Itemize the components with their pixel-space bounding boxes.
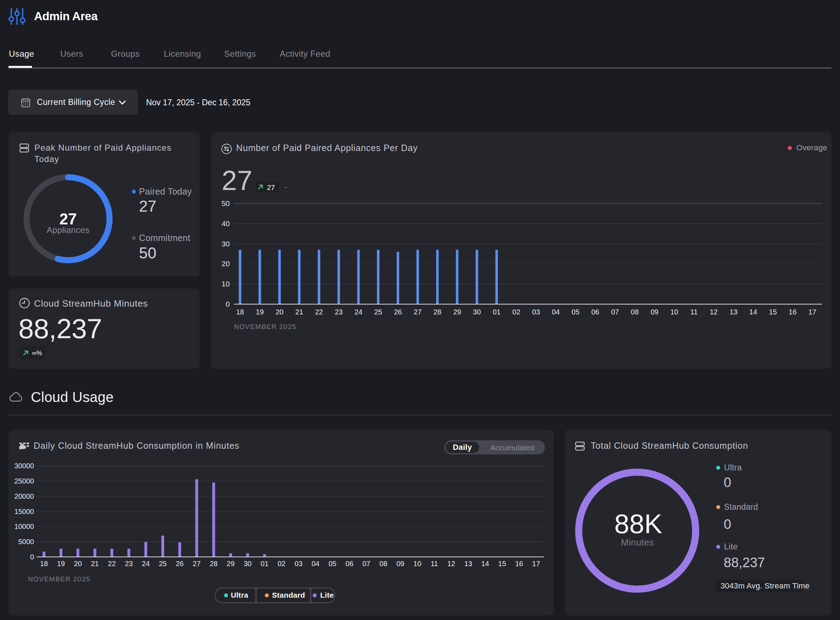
- svg-text:07: 07: [611, 308, 619, 316]
- svg-text:30: 30: [473, 308, 481, 316]
- svg-text:5000: 5000: [18, 538, 35, 546]
- svg-text:50: 50: [221, 199, 230, 208]
- svg-text:05: 05: [328, 560, 336, 567]
- svg-text:30000: 30000: [14, 462, 34, 470]
- svg-text:25000: 25000: [14, 477, 34, 485]
- svg-text:15000: 15000: [14, 508, 34, 515]
- svg-text:21: 21: [295, 308, 303, 316]
- svg-text:40: 40: [221, 220, 230, 227]
- svg-text:20000: 20000: [14, 492, 34, 500]
- svg-text:10: 10: [221, 280, 230, 288]
- svg-text:19: 19: [57, 560, 65, 567]
- svg-text:17: 17: [808, 308, 816, 316]
- svg-text:16: 16: [789, 308, 796, 316]
- svg-text:06: 06: [345, 560, 353, 567]
- svg-text:08: 08: [631, 308, 638, 316]
- svg-text:02: 02: [512, 308, 520, 316]
- svg-text:02: 02: [278, 560, 285, 567]
- svg-text:08: 08: [379, 560, 387, 567]
- svg-text:10: 10: [670, 308, 678, 316]
- svg-text:07: 07: [362, 560, 370, 567]
- svg-text:20: 20: [221, 259, 230, 268]
- svg-text:27: 27: [193, 560, 201, 567]
- svg-text:15: 15: [769, 308, 777, 316]
- svg-text:26: 26: [176, 560, 184, 567]
- svg-text:24: 24: [142, 560, 150, 567]
- svg-text:06: 06: [592, 308, 599, 316]
- svg-text:20: 20: [275, 308, 283, 316]
- svg-text:29: 29: [227, 560, 234, 567]
- svg-text:23: 23: [335, 308, 343, 316]
- svg-text:0: 0: [226, 300, 230, 308]
- svg-text:10: 10: [414, 560, 421, 567]
- svg-text:13: 13: [464, 560, 472, 567]
- svg-text:11: 11: [690, 308, 698, 316]
- svg-text:04: 04: [552, 308, 560, 316]
- svg-text:27: 27: [414, 308, 422, 316]
- svg-text:20: 20: [74, 560, 82, 567]
- svg-text:NOVEMBER 2025: NOVEMBER 2025: [234, 323, 297, 330]
- svg-text:18: 18: [40, 560, 48, 567]
- svg-text:18: 18: [236, 308, 244, 316]
- svg-text:19: 19: [256, 308, 264, 316]
- svg-text:03: 03: [532, 308, 540, 316]
- svg-text:28: 28: [433, 308, 441, 316]
- svg-text:10000: 10000: [14, 522, 34, 530]
- svg-text:04: 04: [312, 560, 319, 567]
- svg-text:13: 13: [729, 308, 737, 316]
- svg-text:22: 22: [315, 308, 323, 316]
- svg-text:24: 24: [355, 308, 362, 316]
- svg-text:22: 22: [108, 560, 116, 567]
- svg-text:09: 09: [651, 308, 658, 316]
- svg-text:25: 25: [374, 308, 382, 316]
- svg-text:28: 28: [209, 560, 217, 567]
- svg-text:21: 21: [91, 560, 99, 567]
- svg-text:01: 01: [260, 560, 268, 567]
- svg-text:30: 30: [244, 560, 251, 567]
- svg-text:26: 26: [394, 308, 402, 316]
- svg-text:09: 09: [396, 560, 404, 567]
- svg-text:01: 01: [492, 308, 500, 316]
- svg-text:0: 0: [30, 553, 34, 561]
- svg-text:11: 11: [431, 560, 438, 567]
- svg-text:12: 12: [710, 308, 718, 316]
- svg-text:NOVEMBER 2025: NOVEMBER 2025: [28, 575, 90, 583]
- svg-text:30: 30: [221, 240, 230, 248]
- svg-text:16: 16: [515, 560, 523, 567]
- svg-text:25: 25: [159, 560, 167, 567]
- svg-text:14: 14: [481, 560, 489, 567]
- svg-text:12: 12: [447, 560, 455, 567]
- svg-text:29: 29: [453, 308, 461, 316]
- svg-text:17: 17: [532, 560, 540, 567]
- svg-text:05: 05: [572, 308, 580, 316]
- svg-text:14: 14: [749, 308, 757, 316]
- svg-text:15: 15: [498, 560, 506, 567]
- svg-text:03: 03: [295, 560, 303, 567]
- svg-text:23: 23: [125, 560, 132, 567]
